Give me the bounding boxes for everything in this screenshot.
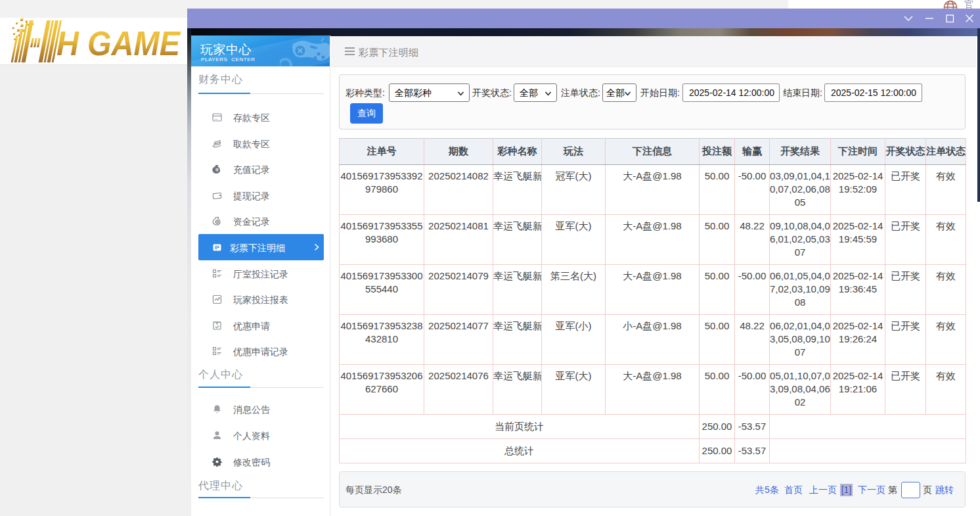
svg-text:H GAME: H GAME bbox=[56, 24, 181, 62]
